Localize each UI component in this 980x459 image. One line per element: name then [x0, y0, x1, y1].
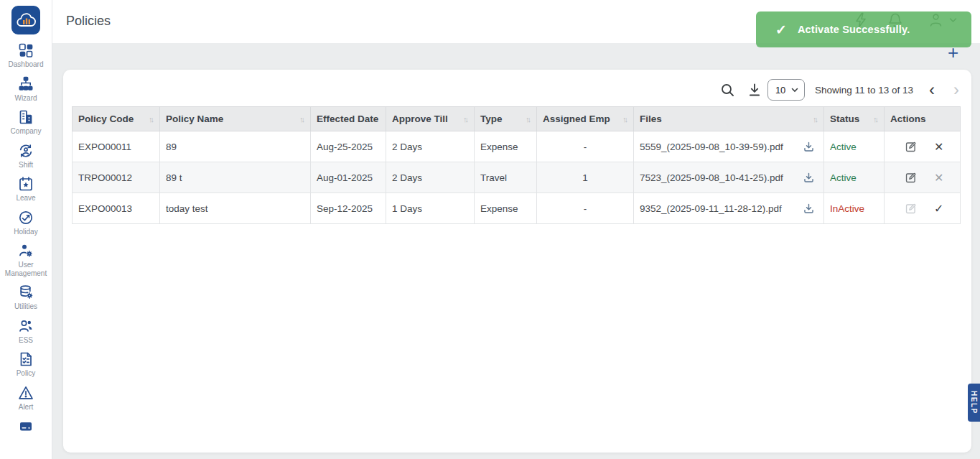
success-toast[interactable]: ✓ Activate Successfully.	[756, 11, 971, 47]
col-assigned-emp[interactable]: Assigned Emp↑↓	[537, 107, 634, 131]
sidebar-item-utilities[interactable]: Utilities	[0, 284, 52, 311]
check-icon: ✓	[775, 22, 787, 38]
cloud-logo-icon	[14, 9, 37, 32]
status-badge: InActive	[824, 193, 885, 224]
file-name: 7523_(2025-09-08_10-41-25).pdf	[640, 172, 783, 183]
col-status[interactable]: Status↑↓	[824, 107, 885, 131]
cell-actions: ✕	[885, 162, 961, 193]
cell-approve-till: 1 Days	[386, 193, 475, 224]
col-actions: Actions	[885, 107, 961, 131]
sidebar-item-leave[interactable]: Leave	[0, 175, 52, 203]
sidebar-item-label: Wizard	[14, 94, 37, 103]
people-icon	[17, 317, 34, 335]
table-row: TRPO00012 89 t Aug-01-2025 2 Days Travel…	[73, 162, 961, 193]
sidebar-item-alert[interactable]: Alert	[0, 384, 52, 412]
cell-effected-date: Aug-01-2025	[311, 162, 386, 193]
file-download-icon[interactable]	[803, 172, 815, 184]
prev-page-button[interactable]: ‹	[929, 81, 935, 98]
sidebar-item-label: Company	[10, 127, 42, 136]
deactivate-icon[interactable]: ✕	[934, 171, 943, 185]
cell-assigned-emp[interactable]: 1	[537, 162, 634, 193]
cell-policy-code: EXPO00011	[73, 131, 160, 162]
table-row: EXPO00011 89 Aug-25-2025 2 Days Expense …	[73, 131, 961, 162]
activate-icon[interactable]: ✓	[934, 202, 943, 215]
policy-document-icon	[17, 351, 34, 368]
select-chevron-icon	[791, 88, 798, 93]
cell-assigned-emp: -	[537, 193, 634, 224]
sort-icon[interactable]: ↑↓	[873, 115, 879, 124]
sidebar-item-user-management[interactable]: User Management	[0, 242, 52, 277]
cell-files: 7523_(2025-09-08_10-41-25).pdf	[634, 162, 824, 193]
cell-policy-code: TRPO00012	[73, 162, 160, 193]
status-badge: Active	[824, 131, 885, 162]
edit-icon[interactable]	[905, 172, 917, 184]
sidebar-item-holiday[interactable]: Holiday	[0, 209, 52, 236]
cell-approve-till: 2 Days	[386, 162, 475, 193]
table-toolbar: 10 Showing 11 to 13 of 13 ‹ ›	[720, 78, 959, 101]
sidebar-item-ess[interactable]: ESS	[0, 317, 52, 345]
app-logo[interactable]	[11, 6, 40, 34]
help-tab[interactable]: HELP	[968, 384, 980, 422]
shift-rotation-icon	[17, 142, 34, 159]
cell-approve-till: 2 Days	[386, 131, 475, 162]
edit-icon	[905, 203, 917, 215]
sitemap-icon	[17, 75, 34, 93]
sort-icon[interactable]: ↑↓	[622, 115, 629, 124]
cell-actions: ✕	[885, 131, 961, 162]
cell-files: 9352_(2025-09-11_11-28-12).pdf	[634, 193, 824, 224]
alert-triangle-icon	[17, 384, 34, 402]
page-size-value: 10	[775, 85, 785, 96]
sidebar-item-label: User Management	[0, 261, 52, 277]
cell-policy-name: 89 t	[160, 162, 311, 193]
toast-message: Activate Successfully.	[798, 24, 910, 35]
sidebar-item-label: ESS	[18, 336, 34, 345]
cell-effected-date: Aug-25-2025	[311, 131, 386, 162]
next-page-button[interactable]: ›	[953, 81, 959, 98]
col-approve-till[interactable]: Approve Till↑↓	[386, 107, 475, 131]
sidebar-item-company[interactable]: Company	[0, 108, 52, 136]
cell-policy-code: EXPO00013	[73, 193, 160, 224]
deactivate-icon[interactable]: ✕	[934, 140, 943, 154]
col-type[interactable]: Type↑↓	[475, 107, 537, 131]
sort-icon[interactable]: ↑↓	[526, 115, 532, 124]
col-effected-date[interactable]: Effected Date	[311, 107, 386, 131]
col-files[interactable]: Files↑↓	[634, 107, 824, 131]
device-icon	[17, 417, 34, 435]
edit-icon[interactable]	[905, 141, 917, 153]
cell-type: Travel	[475, 162, 537, 193]
sort-icon[interactable]: ↑↓	[299, 115, 306, 124]
sidebar-item-dashboard[interactable]: Dashboard	[0, 42, 52, 69]
cell-files: 5559_(2025-09-08_10-39-59).pdf	[634, 131, 824, 162]
sort-icon[interactable]: ↑↓	[149, 115, 155, 124]
page-size-select[interactable]: 10	[767, 79, 805, 101]
export-download-icon[interactable]	[747, 83, 762, 98]
building-icon	[17, 108, 34, 126]
pagination-status: Showing 11 to 13 of 13	[815, 85, 913, 96]
col-policy-code[interactable]: Policy Code↑↓	[73, 107, 160, 131]
sidebar-item-device[interactable]	[0, 417, 52, 436]
cell-policy-name: today test	[160, 193, 311, 224]
table-row: EXPO00013 today test Sep-12-2025 1 Days …	[73, 193, 961, 224]
sidebar-item-shift[interactable]: Shift	[0, 142, 52, 170]
policies-table: Policy Code↑↓ Policy Name↑↓ Effected Dat…	[72, 106, 961, 224]
sidebar: Dashboard Wizard Company Shift	[0, 0, 52, 459]
sidebar-item-label: Policy	[16, 369, 37, 378]
cell-policy-name: 89	[160, 131, 311, 162]
dashboard-icon	[17, 42, 34, 59]
file-download-icon[interactable]	[803, 203, 815, 215]
cell-type: Expense	[475, 131, 537, 162]
cell-actions: ✓	[885, 193, 961, 224]
status-badge: Active	[824, 162, 885, 193]
cell-type: Expense	[475, 193, 537, 224]
cell-effected-date: Sep-12-2025	[311, 193, 386, 224]
file-download-icon[interactable]	[803, 141, 815, 153]
sort-icon[interactable]: ↑↓	[463, 115, 470, 124]
sidebar-item-wizard[interactable]: Wizard	[0, 75, 52, 103]
calendar-star-icon	[17, 175, 34, 193]
search-icon[interactable]	[720, 83, 735, 98]
col-policy-name[interactable]: Policy Name↑↓	[160, 107, 311, 131]
cell-assigned-emp: -	[537, 131, 634, 162]
sort-icon[interactable]: ↑↓	[813, 115, 819, 124]
sidebar-item-policy[interactable]: Policy	[0, 351, 52, 378]
file-name: 9352_(2025-09-11_11-28-12).pdf	[640, 203, 782, 214]
